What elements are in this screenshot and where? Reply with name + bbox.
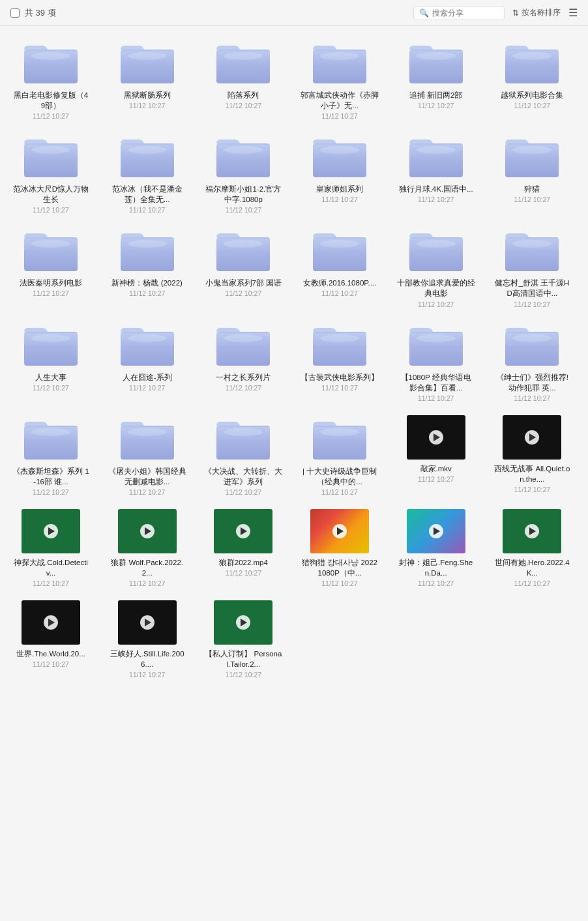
file-date: 11/12 10:27 xyxy=(226,488,261,496)
folder-icon xyxy=(503,321,561,368)
search-input[interactable] xyxy=(432,8,499,18)
play-button[interactable] xyxy=(44,615,58,630)
video-thumbnail xyxy=(503,415,561,460)
folder-icon xyxy=(214,415,272,462)
list-item[interactable]: 《屠夫小姐》韩国经典无删减电影... 11/12 10:27 xyxy=(102,409,193,503)
list-item[interactable]: 陷落系列 11/12 10:27 xyxy=(198,33,289,126)
select-all-checkbox[interactable] xyxy=(10,8,20,18)
list-item[interactable]: 《绅士们》强烈推荐! 动作犯罪 英... 11/12 10:27 xyxy=(486,315,578,409)
svg-point-17 xyxy=(512,52,551,60)
file-name: 《大决战、大转折、大进军》系列 xyxy=(204,466,282,487)
file-name: 法医秦明系列电影 xyxy=(20,278,82,288)
file-date: 11/12 10:27 xyxy=(418,102,454,110)
file-date: 11/12 10:27 xyxy=(33,112,68,120)
play-button[interactable] xyxy=(44,524,58,538)
file-date: 11/12 10:27 xyxy=(129,488,165,496)
search-icon: 🔍 xyxy=(419,8,429,18)
play-button[interactable] xyxy=(525,430,539,445)
file-name: 范冰冰（我不是潘金莲）全集无... xyxy=(108,184,186,205)
list-item[interactable]: 人生大事 11/12 10:27 xyxy=(5,315,96,409)
list-item[interactable]: 神探大战.Cold.Detectiv... 11/12 10:27 xyxy=(5,503,96,594)
file-name: 郭富城武侠动作《赤脚小子》无... xyxy=(301,90,379,111)
folder-icon xyxy=(407,321,465,368)
list-item[interactable]: 福尔摩斯小姐1-2.官方中字.1080p 11/12 10:27 xyxy=(198,126,289,220)
play-button[interactable] xyxy=(429,430,443,445)
list-item[interactable]: 十部教你追求真爱的经典电影 11/12 10:27 xyxy=(390,220,482,314)
list-item[interactable]: 黑狱断肠系列 11/12 10:27 xyxy=(102,33,193,126)
toolbar-right: 🔍 ⇅ 按名称排序 ☰ xyxy=(413,6,578,20)
play-triangle-icon xyxy=(529,433,536,441)
file-name: 封神：姐己.Feng.Shen.Da... xyxy=(397,557,475,578)
file-name: 神探大战.Cold.Detectiv... xyxy=(12,557,90,578)
file-date: 11/12 10:27 xyxy=(129,384,165,392)
menu-icon[interactable]: ☰ xyxy=(568,7,578,19)
list-item[interactable]: 【1080P 经典华语电影合集】百看... 11/12 10:27 xyxy=(390,315,482,409)
video-thumbnail xyxy=(214,600,272,645)
play-triangle-icon xyxy=(434,527,440,535)
play-button[interactable] xyxy=(140,615,154,630)
toolbar: 共 39 项 🔍 ⇅ 按名称排序 ☰ xyxy=(0,0,588,26)
list-item[interactable]: 郭富城武侠动作《赤脚小子》无... 11/12 10:27 xyxy=(294,33,385,126)
svg-point-26 xyxy=(224,146,263,154)
list-item[interactable]: 【私人订制】 Personal.Tailor.2... 11/12 10:27 xyxy=(198,594,289,685)
list-item[interactable]: 狼群 Wolf.Pack.2022.2... 11/12 10:27 xyxy=(102,503,193,594)
list-item[interactable]: 狼群2022.mp4 11/12 10:27 xyxy=(198,503,289,594)
list-item[interactable]: 范冰冰大尺D惊人万物生长 11/12 10:27 xyxy=(5,126,96,220)
play-triangle-icon xyxy=(241,527,247,535)
folder-icon xyxy=(214,133,272,180)
play-button[interactable] xyxy=(236,524,250,538)
list-item[interactable]: 狩猎 11/12 10:27 xyxy=(486,126,578,220)
file-date: 11/12 10:27 xyxy=(418,475,454,483)
video-thumbnail xyxy=(118,600,177,645)
list-item[interactable]: 皇家师姐系列 11/12 10:27 xyxy=(294,126,385,220)
list-item[interactable]: 独行月球.4K.国语中... 11/12 10:27 xyxy=(390,126,482,220)
svg-point-38 xyxy=(31,240,70,248)
list-item[interactable]: 《杰森斯坦森》系列 1-16部 谁... 11/12 10:27 xyxy=(5,409,96,503)
file-date: 11/12 10:27 xyxy=(418,579,454,587)
file-name: 福尔摩斯小姐1-2.官方中字.1080p xyxy=(204,184,282,205)
play-button[interactable] xyxy=(429,524,443,538)
file-date: 11/12 10:27 xyxy=(226,102,261,110)
list-item[interactable]: 世间有她.Hero.2022.4K... 11/12 10:27 xyxy=(486,503,578,594)
list-item[interactable]: 法医秦明系列电影 11/12 10:27 xyxy=(5,220,96,314)
list-item[interactable]: 西线无战事 All.Quiet.on.the.... 11/12 10:27 xyxy=(486,409,578,503)
play-button[interactable] xyxy=(332,524,347,538)
file-date: 11/12 10:27 xyxy=(226,289,261,297)
file-date: 11/12 10:27 xyxy=(226,569,261,577)
list-item[interactable]: 人在囧途-系列 11/12 10:27 xyxy=(102,315,193,409)
file-name: 狼群 Wolf.Pack.2022.2... xyxy=(108,557,186,578)
file-name: 人在囧途-系列 xyxy=(123,372,172,383)
sort-button[interactable]: ⇅ 按名称排序 xyxy=(512,7,561,18)
list-item[interactable]: 《大决战、大转折、大进军》系列 11/12 10:27 xyxy=(198,409,289,503)
list-item[interactable]: 敲家.mkv 11/12 10:27 xyxy=(390,409,482,503)
list-item[interactable]: | 十大史诗级战争巨制（经典中的... 11/12 10:27 xyxy=(294,409,385,503)
list-item[interactable]: 猎狗猎 강대사냥 2022 1080P（中... 11/12 10:27 xyxy=(294,503,385,594)
sort-icon: ⇅ xyxy=(512,8,519,18)
folder-icon xyxy=(118,227,177,274)
file-name: 健忘村_舒淇 王千源HD高清国语中... xyxy=(493,278,571,299)
list-item[interactable]: 【古装武侠电影系列】 11/12 10:27 xyxy=(294,315,385,409)
list-item[interactable]: 世界.The.World.20... 11/12 10:27 xyxy=(5,594,96,685)
list-item[interactable]: 小鬼当家系列7部 国语 11/12 10:27 xyxy=(198,220,289,314)
folder-icon xyxy=(214,39,272,86)
list-item[interactable]: 三峡好人.Still.Life.2006.... 11/12 10:27 xyxy=(102,594,193,685)
list-item[interactable]: 健忘村_舒淇 王千源HD高清国语中... 11/12 10:27 xyxy=(486,220,578,314)
list-item[interactable]: 越狱系列电影合集 11/12 10:27 xyxy=(486,33,578,126)
svg-point-53 xyxy=(512,240,551,248)
svg-point-44 xyxy=(224,240,263,248)
file-name: 越狱系列电影合集 xyxy=(501,90,563,100)
list-item[interactable]: 追捕 新旧两2部 11/12 10:27 xyxy=(390,33,482,126)
list-item[interactable]: 一村之长系列片 11/12 10:27 xyxy=(198,315,289,409)
file-name: 新神榜：杨戬 (2022) xyxy=(111,278,182,288)
play-button[interactable] xyxy=(140,524,154,538)
list-item[interactable]: 黑白老电影修复版（49部） 11/12 10:27 xyxy=(5,33,96,126)
list-item[interactable]: 封神：姐己.Feng.Shen.Da... 11/12 10:27 xyxy=(390,503,482,594)
file-date: 11/12 10:27 xyxy=(321,196,357,203)
play-button[interactable] xyxy=(236,615,250,630)
list-item[interactable]: 范冰冰（我不是潘金莲）全集无... 11/12 10:27 xyxy=(102,126,193,220)
list-item[interactable]: 女教师.2016.1080P.... 11/12 10:27 xyxy=(294,220,385,314)
svg-point-8 xyxy=(224,52,263,60)
file-date: 11/12 10:27 xyxy=(129,289,165,297)
list-item[interactable]: 新神榜：杨戬 (2022) 11/12 10:27 xyxy=(102,220,193,314)
play-button[interactable] xyxy=(525,524,539,538)
